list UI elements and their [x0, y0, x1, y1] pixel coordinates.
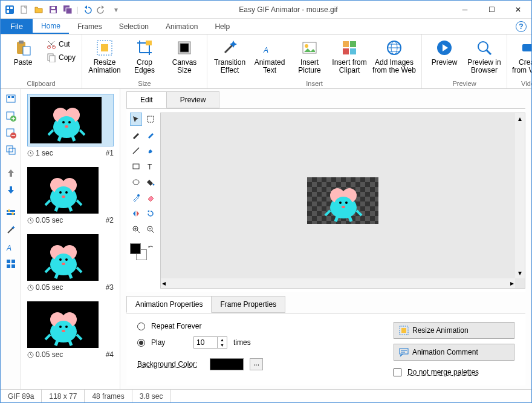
color-swatches[interactable]: ⤺ [130, 243, 157, 260]
radio-play[interactable] [137, 339, 145, 347]
resize-animation-button[interactable]: Resize Animation [86, 37, 123, 74]
tool-move-down-icon[interactable] [4, 183, 18, 197]
frame-index: #1 [106, 149, 114, 157]
rotate-tool[interactable] [144, 207, 157, 220]
save-all-icon[interactable] [61, 3, 74, 16]
tool-duplicate-icon[interactable] [4, 143, 18, 157]
frame-thumb[interactable] [30, 97, 102, 143]
crop-edges-button[interactable]: Crop Edges [126, 37, 163, 74]
file-menu[interactable]: File [1, 19, 33, 34]
frame-item[interactable]: 0.05 sec#2 [27, 167, 114, 224]
paste-button[interactable]: Paste [4, 37, 42, 67]
canvas-size-button[interactable]: Canvas Size [166, 37, 203, 74]
frame-thumb[interactable] [27, 301, 99, 348]
repeat-forever-row[interactable]: Repeat Forever [137, 322, 394, 330]
pencil-tool[interactable] [130, 128, 142, 142]
tool-move-up-icon[interactable] [4, 166, 18, 180]
transition-effect-button[interactable]: Transition Effect [211, 37, 248, 74]
add-from-web-button[interactable]: Add Images from the Web [371, 37, 418, 74]
frame-thumb[interactable] [27, 167, 99, 214]
video-label: Create from Video [512, 59, 532, 74]
tool-text-icon[interactable]: A [4, 240, 18, 254]
tool-wand-icon[interactable] [4, 223, 18, 237]
anim-comment-button[interactable]: Animation Comment [394, 344, 514, 361]
preview-label: Preview [432, 59, 458, 67]
help-icon[interactable]: ? [516, 21, 527, 32]
canvas[interactable] [307, 177, 378, 224]
flip-h-tool[interactable] [130, 207, 142, 220]
radio-repeat[interactable] [137, 323, 145, 330]
frame-index: #3 [106, 283, 114, 292]
save-icon[interactable] [47, 3, 60, 16]
eraser-tool[interactable] [144, 191, 157, 205]
edit-tabs: Edit Preview [120, 89, 531, 108]
brush-tool[interactable] [144, 128, 157, 142]
maximize-button[interactable]: ☐ [478, 1, 505, 19]
ellipse-tool[interactable] [130, 175, 142, 189]
tool-remove-frame-icon[interactable] [4, 126, 18, 140]
line-tool[interactable] [130, 144, 142, 157]
play-count-spinner[interactable]: ▲▼ [193, 336, 227, 349]
paint-tool[interactable] [144, 144, 157, 157]
text-tool[interactable]: T [144, 160, 157, 173]
insert-picture-button[interactable]: Insert Picture [291, 37, 328, 74]
tab-selection[interactable]: Selection [111, 19, 157, 34]
play-count-input[interactable] [193, 336, 218, 349]
frame-thumb[interactable] [27, 234, 99, 281]
frame-item[interactable]: 0.05 sec#3 [27, 234, 114, 292]
spin-down[interactable]: ▼ [218, 342, 227, 348]
rect-tool[interactable] [130, 160, 142, 173]
new-icon[interactable] [18, 3, 31, 16]
copy-button[interactable]: Copy [44, 51, 78, 64]
open-icon[interactable] [32, 3, 45, 16]
eyedropper-tool[interactable] [130, 191, 142, 205]
tab-animation[interactable]: Animation [157, 19, 206, 34]
frame-props-tab[interactable]: Frame Properties [211, 296, 285, 313]
cut-button[interactable]: Cut [44, 38, 78, 50]
resize-anim-button[interactable]: Resize Animation [394, 322, 514, 339]
picture-label: Insert Picture [298, 59, 320, 74]
preview-button[interactable]: Preview [426, 37, 463, 67]
preview-browser-button[interactable]: Preview in Browser [465, 37, 503, 74]
frames-panel[interactable]: 1 sec#10.05 sec#20.05 sec#30.05 sec#4 [21, 89, 120, 389]
tool-frame-manage-icon[interactable] [4, 93, 18, 106]
bgcolor-swatch[interactable] [210, 358, 244, 370]
redo-icon[interactable] [95, 3, 108, 16]
nomerge-checkbox[interactable] [394, 369, 401, 376]
tab-frames[interactable]: Frames [69, 19, 111, 34]
preview-tab[interactable]: Preview [166, 91, 220, 108]
tab-help[interactable]: Help [206, 19, 238, 34]
scrollbar-horizontal[interactable]: ◂▸ [161, 278, 515, 288]
minimize-button[interactable]: ─ [452, 1, 478, 19]
app-icon[interactable] [3, 3, 16, 16]
insert-clipart-button[interactable]: Insert from Clipart [331, 37, 368, 74]
anim-props-tab[interactable]: Animation Properties [126, 296, 212, 313]
swap-colors-icon[interactable]: ⤺ [148, 243, 153, 250]
svg-rect-3 [7, 10, 9, 13]
frame-item[interactable]: 0.05 sec#4 [27, 301, 114, 359]
tab-home[interactable]: Home [33, 19, 69, 34]
play-times-row[interactable]: Play ▲▼ times [137, 336, 394, 349]
svg-rect-29 [350, 48, 356, 54]
pointer-tool[interactable] [130, 113, 142, 126]
tool-grid-icon[interactable] [4, 257, 18, 270]
scrollbar-vertical[interactable]: ▴▾ [515, 113, 525, 278]
tool-effects-icon[interactable] [4, 206, 18, 220]
create-from-video-button[interactable]: Create from Video [511, 37, 532, 74]
spin-up[interactable]: ▲ [218, 337, 227, 342]
tool-add-frame-icon[interactable] [4, 110, 18, 123]
marquee-tool[interactable] [144, 113, 157, 126]
qat-dropdown-icon[interactable]: ▾ [109, 3, 123, 16]
close-button[interactable]: ✕ [505, 1, 531, 19]
zoom-in-tool[interactable] [130, 223, 142, 236]
animated-text-button[interactable]: AAnimated Text [251, 37, 288, 74]
edit-tab[interactable]: Edit [126, 91, 167, 108]
undo-icon[interactable] [80, 3, 94, 16]
frame-item[interactable]: 1 sec#1 [27, 94, 114, 157]
zoom-out-tool[interactable] [144, 223, 157, 236]
bgcolor-picker-button[interactable]: ... [250, 358, 263, 370]
fg-color-swatch[interactable] [130, 243, 141, 254]
preview-group-label: Preview [426, 80, 503, 88]
fill-tool[interactable] [144, 175, 157, 189]
clipart-icon [340, 38, 359, 57]
